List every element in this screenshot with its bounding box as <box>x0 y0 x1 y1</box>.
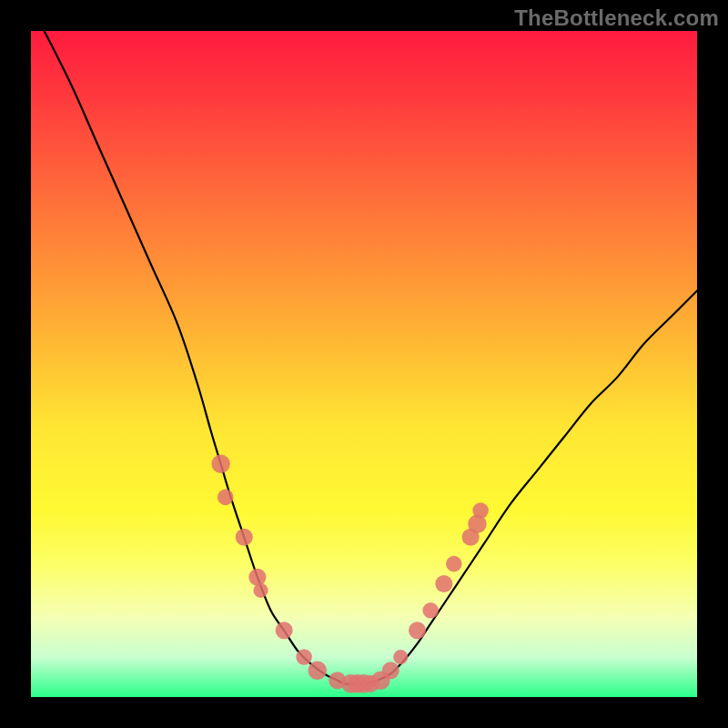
chart-svg <box>31 31 697 697</box>
bottleneck-curve <box>45 31 697 684</box>
marker-dot <box>308 661 327 679</box>
marker-dot <box>382 662 399 679</box>
marker-dot <box>276 622 293 639</box>
marker-dot <box>472 502 489 519</box>
marker-dot <box>217 490 234 506</box>
chart-frame: TheBottleneck.com <box>0 0 728 728</box>
marker-dot <box>422 602 439 619</box>
watermark-text: TheBottleneck.com <box>514 5 719 31</box>
marker-dot <box>253 583 268 598</box>
marker-dot <box>446 556 462 572</box>
marker-dot <box>296 649 312 665</box>
plot-area <box>31 31 697 697</box>
marker-dot <box>435 575 452 592</box>
marker-dot <box>393 650 408 664</box>
marker-dot <box>211 455 229 473</box>
marker-dot <box>248 569 266 586</box>
marker-dot <box>236 529 253 546</box>
marker-dot <box>409 622 426 639</box>
marker-dots-group <box>211 455 489 693</box>
